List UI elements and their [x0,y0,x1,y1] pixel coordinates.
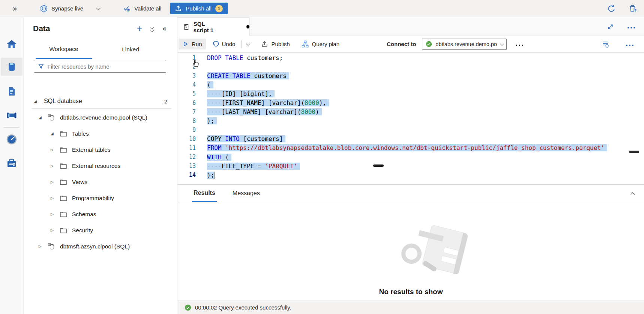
sql-code-editor[interactable]: 1DROP TABLE customers;23CREATE TABLE cus… [178,52,644,184]
code-text: ····[FIRST_NAME] [varchar](8000), [207,99,329,106]
tab-results[interactable]: Results [192,185,217,202]
code-text: ····[LAST_NAME] [varchar](8000) [207,108,322,115]
expand-editor-icon[interactable] [607,23,614,30]
toolbar-more-actions-icon[interactable] [516,41,524,47]
tree-item-security[interactable]: ▷Security [24,222,177,238]
tab-messages[interactable]: Messages [233,185,260,202]
collapse-twisty-icon[interactable]: ◢ [51,132,56,136]
code-text: ); [207,172,214,179]
trash-icon[interactable] [628,4,637,13]
rail-item-integrate[interactable] [1,106,23,124]
code-line-4[interactable]: 4( [178,80,644,89]
code-line-10[interactable]: 10COPY INTO [customers] [178,135,644,144]
code-line-7[interactable]: 7····[LAST_NAME] [varchar](8000) [178,108,644,117]
properties-icon[interactable] [601,40,609,48]
run-button[interactable]: Run [179,39,206,49]
connect-to-label: Connect to [387,41,416,47]
monitor-icon [6,133,18,145]
tree-item-external-tables[interactable]: ▷External tables [24,142,177,158]
tree-item-views[interactable]: ▷Views [24,174,177,190]
text-cursor [215,172,215,179]
expand-rail-icon[interactable]: » [13,4,24,13]
validate-all-button[interactable]: Validate all [123,4,161,13]
tab-workspace[interactable]: Workspace [36,40,92,59]
folder-icon [59,210,68,218]
folder-icon [59,162,68,170]
code-line-1[interactable]: 1DROP TABLE customers; [178,53,644,62]
folder-icon [59,146,68,154]
tree-item-tables[interactable]: ◢Tables [24,126,177,142]
expand-twisty-icon[interactable]: ▷ [51,212,56,216]
tab-more-actions-icon[interactable] [627,23,636,30]
mode-label: Synapse live [51,5,83,12]
expand-twisty-icon[interactable]: ▷ [51,180,56,184]
rail-item-home[interactable] [1,35,23,53]
home-icon [6,38,18,50]
publish-label: Publish [271,41,290,47]
folder-icon [59,178,68,186]
code-line-2[interactable]: 2 [178,62,644,71]
expand-twisty-icon[interactable]: ▷ [51,228,56,232]
tree-item-label: Schemas [72,211,96,218]
query-status-bar: 00:00:02 Query executed successfully. [178,301,644,314]
query-plan-icon [301,40,309,48]
code-text: ( [207,81,213,88]
rail-item-manage[interactable] [1,154,23,172]
code-line-13[interactable]: 13····FILE_TYPE = 'PARQUET' [178,161,644,170]
undo-redo-dropdown-icon[interactable] [244,40,251,48]
rail-item-monitor[interactable] [1,130,23,148]
tab-sql-script-1[interactable]: SQL script 1 [178,17,250,36]
tree-item-label: dbtmsft.azsyn.cipool (SQL) [60,243,130,250]
success-check-icon [185,304,191,311]
code-line-6[interactable]: 6····[FIRST_NAME] [varchar](8000), [178,98,644,107]
publish-all-button[interactable]: Publish all 1 [170,3,227,14]
collapse-all-icon[interactable] [151,26,153,31]
undo-button[interactable]: Undo [208,38,239,50]
line-number: 14 [178,172,196,178]
database-icon [47,114,56,122]
query-plan-button[interactable]: Query plan [297,38,343,50]
expand-twisty-icon[interactable]: ▷ [51,164,56,168]
tab-linked[interactable]: Linked [106,40,155,59]
scrollbar-thumb[interactable] [629,151,639,153]
refresh-icon[interactable] [607,4,615,13]
rail-item-develop[interactable] [1,82,23,100]
code-line-14[interactable]: 14); [178,170,644,179]
expand-twisty-icon[interactable]: ▷ [51,148,56,152]
rail-item-data[interactable] [1,58,23,76]
tree-item-external-resources[interactable]: ▷External resources [24,158,177,174]
synapse-logo-icon [40,4,48,13]
collapse-twisty-icon[interactable]: ◢ [39,115,44,120]
publish-count-badge: 1 [215,5,223,12]
expand-twisty-icon[interactable]: ▷ [39,244,44,248]
tree-item-dbtlabs-revenue-demo-pool-sql[interactable]: ◢dbtlabs.revenue.demo.pool (SQL) [24,109,177,126]
resource-tree: ◢dbtlabs.revenue.demo.pool (SQL)◢Tables▷… [24,109,177,254]
collapse-results-icon[interactable] [631,191,634,197]
panel-resize-handle[interactable] [373,164,384,167]
publish-button[interactable]: Publish [257,38,293,50]
code-text: DROP TABLE customers; [207,54,283,61]
filter-box [34,60,166,73]
tree-item-dbtmsft-azsyn-cipool-sql[interactable]: ▷dbtmsft.azsyn.cipool (SQL) [24,238,177,254]
code-line-9[interactable]: 9 [178,126,644,135]
code-line-12[interactable]: 12WITH ( [178,153,644,161]
more-actions-icon[interactable] [626,41,634,47]
add-resource-icon[interactable]: + [137,25,143,32]
tree-item-schemas[interactable]: ▷Schemas [24,206,177,222]
collapse-panel-icon[interactable]: « [162,24,167,33]
filter-funnel-icon [38,63,44,70]
mode-selector[interactable]: Synapse live [40,4,99,13]
pool-select-dropdown[interactable]: dbtlabs.revenue.demo.pool [422,39,507,50]
code-line-8[interactable]: 8); [178,117,644,126]
integrate-icon [6,109,18,121]
code-line-5[interactable]: 5····[ID] [bigint], [178,89,644,98]
filter-input[interactable] [48,63,162,70]
main-area: SQL script 1 Run Undo Publish Query plan… [178,17,644,314]
code-line-11[interactable]: 11FROM 'https://dbtlabsynapsedatalake.bl… [178,144,644,153]
tree-root-sql-database[interactable]: ◢ SQL database 2 [24,94,177,108]
line-number: 1 [178,54,196,61]
tree-item-programmability[interactable]: ▷Programmability [24,190,177,206]
collapse-twisty-icon[interactable]: ◢ [34,99,39,103]
expand-twisty-icon[interactable]: ▷ [51,196,56,200]
code-line-3[interactable]: 3CREATE TABLE customers [178,71,644,80]
